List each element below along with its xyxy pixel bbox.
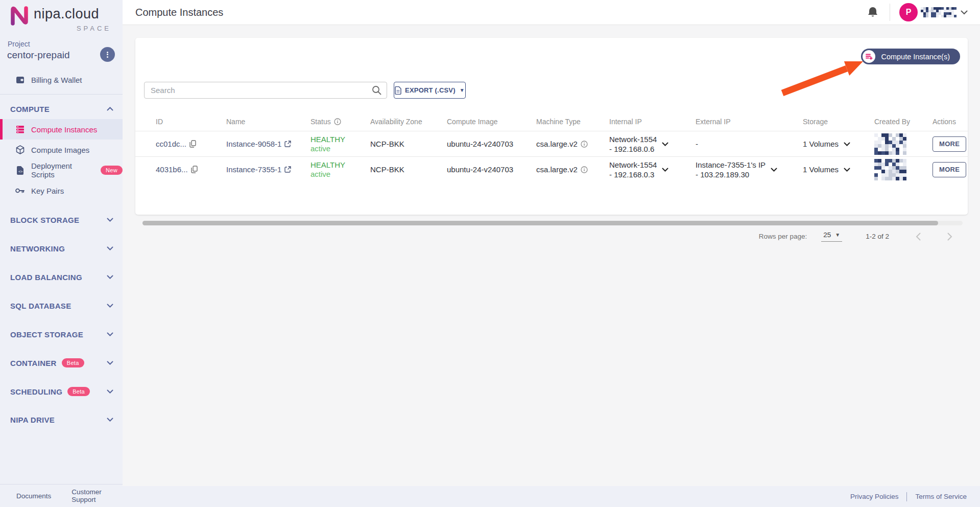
chevron-up-icon: [107, 107, 113, 111]
created-by-cell: [874, 133, 933, 155]
previous-page-button[interactable]: [916, 233, 921, 241]
privacy-policies-link[interactable]: Privacy Policies: [850, 493, 899, 500]
brand-logo[interactable]: nipa.cloud SPACE: [9, 5, 111, 32]
create-compute-instance-button[interactable]: Compute Instance(s): [861, 49, 960, 64]
sidebar-section-nipa-drive[interactable]: NIPA DRIVE: [0, 412, 123, 427]
sidebar-section-networking[interactable]: NETWORKING: [0, 241, 123, 256]
copy-icon[interactable]: [191, 166, 198, 173]
table-header-row: ID Name Status Availability Zone Compute…: [135, 112, 968, 131]
notifications-bell-icon[interactable]: [867, 6, 878, 18]
info-icon[interactable]: [581, 166, 588, 173]
chevron-down-icon[interactable]: [771, 168, 777, 172]
scrollbar-thumb[interactable]: [142, 221, 938, 225]
chevron-down-icon: [107, 361, 113, 365]
image-cell: ubuntu-24-v240703: [447, 165, 536, 174]
censored-avatar: [874, 133, 906, 155]
col-id: ID: [156, 118, 226, 126]
account-chevron-down-icon[interactable]: [961, 10, 968, 15]
chevron-down-icon: [107, 246, 113, 250]
chevron-down-icon[interactable]: [662, 168, 668, 172]
instances-table: ID Name Status Availability Zone Compute…: [135, 112, 968, 182]
more-actions-button[interactable]: MORE: [933, 136, 966, 152]
page-title: Compute Instances: [135, 7, 223, 18]
instance-id-link[interactable]: cc01dc...: [156, 140, 186, 148]
export-csv-button[interactable]: EXPORT (.CSV) ▼: [394, 82, 466, 99]
instance-name-link[interactable]: Instance-7355-1: [226, 165, 281, 174]
topbar-divider: [890, 4, 890, 21]
storage-cell: 1 Volumes: [803, 140, 874, 148]
chevron-down-icon: [107, 218, 113, 222]
sidebar-section-load-balancing[interactable]: LOAD BALANCING: [0, 269, 123, 285]
external-link-icon[interactable]: [284, 166, 291, 173]
avatar[interactable]: P: [899, 3, 918, 21]
chevron-down-icon[interactable]: [662, 142, 668, 146]
chevron-down-icon: [107, 332, 113, 336]
internal-ip-cell: Network-1554- 192.168.0.6: [609, 134, 696, 154]
external-link-icon[interactable]: [284, 141, 291, 147]
sidebar-section-object-storage[interactable]: OBJECT STORAGE: [0, 327, 123, 342]
next-page-button[interactable]: [947, 233, 952, 241]
zone-cell: NCP-BKK: [370, 165, 447, 174]
external-ip-cell: -: [696, 140, 803, 148]
col-actions: Actions: [933, 118, 968, 126]
created-by-cell: [874, 159, 933, 180]
search-box: [144, 82, 387, 99]
col-name: Name: [226, 118, 310, 126]
horizontal-scrollbar[interactable]: [142, 221, 963, 225]
col-storage: Storage: [803, 118, 874, 126]
sidebar-divider: [0, 94, 123, 95]
sidebar-item-billing[interactable]: Billing & Wallet: [0, 70, 123, 90]
chevron-down-icon: [107, 389, 113, 394]
copy-icon[interactable]: [189, 140, 196, 148]
chevron-down-icon[interactable]: [844, 168, 850, 172]
sidebar-item-compute-images[interactable]: Compute Images: [0, 140, 123, 160]
annotation-arrow: [776, 55, 873, 106]
dropdown-caret-icon: ▼: [460, 87, 465, 93]
sidebar-section-block-storage[interactable]: BLOCK STORAGE: [0, 212, 123, 227]
page-footer: Privacy Policies Terms of Service: [123, 486, 980, 507]
machine-cell: csa.large.v2: [536, 165, 609, 174]
pagination-range: 1-2 of 2: [866, 233, 889, 240]
search-input[interactable]: [145, 86, 372, 95]
project-menu-button[interactable]: [100, 47, 115, 62]
external-ip-cell: Instance-7355-1's IP- 103.29.189.30: [696, 160, 803, 179]
cube-icon: [15, 145, 25, 154]
topbar: Compute Instances P: [123, 0, 980, 25]
documents-link[interactable]: Documents: [16, 492, 51, 500]
sidebar-item-label: Compute Instances: [31, 125, 97, 134]
search-icon[interactable]: [372, 85, 381, 95]
sidebar-item-deployment-scripts[interactable]: <> Deployment Scripts New: [0, 160, 123, 180]
info-icon[interactable]: [334, 118, 341, 125]
key-icon: [15, 186, 25, 195]
censored-username: [921, 7, 957, 17]
sidebar-item-label: Compute Images: [31, 146, 89, 154]
instance-id-link[interactable]: 4031b6...: [156, 165, 188, 174]
rows-per-page-select[interactable]: 25 ▼: [821, 231, 842, 242]
chevron-down-icon[interactable]: [844, 142, 850, 146]
more-actions-button[interactable]: MORE: [933, 162, 966, 177]
sidebar-section-container[interactable]: CONTAINER Beta: [0, 355, 123, 371]
file-icon: [395, 86, 401, 95]
project-name[interactable]: centor-prepaid: [7, 50, 70, 61]
col-machine: Machine Type: [536, 118, 609, 126]
dropdown-caret-icon: ▼: [835, 232, 840, 238]
instance-name-link[interactable]: Instance-9058-1: [226, 140, 281, 148]
customer-support-link[interactable]: Customer Support: [71, 488, 123, 503]
info-icon[interactable]: [581, 141, 588, 148]
terms-of-service-link[interactable]: Terms of Service: [915, 493, 967, 500]
col-internal-ip: Internal IP: [609, 118, 696, 126]
sidebar-section-sql-database[interactable]: SQL DATABASE: [0, 298, 123, 313]
chevron-down-icon: [107, 418, 113, 422]
table-row: 4031b6... Instance-7355-1 HEALTHYactive …: [135, 156, 968, 182]
new-badge: New: [101, 166, 123, 175]
col-image: Compute Image: [447, 118, 536, 126]
col-created-by: Created By: [874, 118, 933, 126]
sidebar-section-compute[interactable]: COMPUTE: [0, 101, 123, 117]
sidebar-section-scheduling[interactable]: SCHEDULING Beta: [0, 384, 123, 399]
project-label: Project: [8, 40, 30, 48]
sidebar-item-compute-instances[interactable]: Compute Instances: [0, 119, 123, 140]
instances-card: Compute Instance(s) EXPORT (.CSV) ▼ ID N…: [135, 38, 968, 215]
sidebar-item-key-pairs[interactable]: Key Pairs: [0, 180, 123, 201]
sidebar: nipa.cloud SPACE Project centor-prepaid …: [0, 0, 123, 507]
sidebar-footer: Documents Customer Support: [0, 484, 123, 507]
